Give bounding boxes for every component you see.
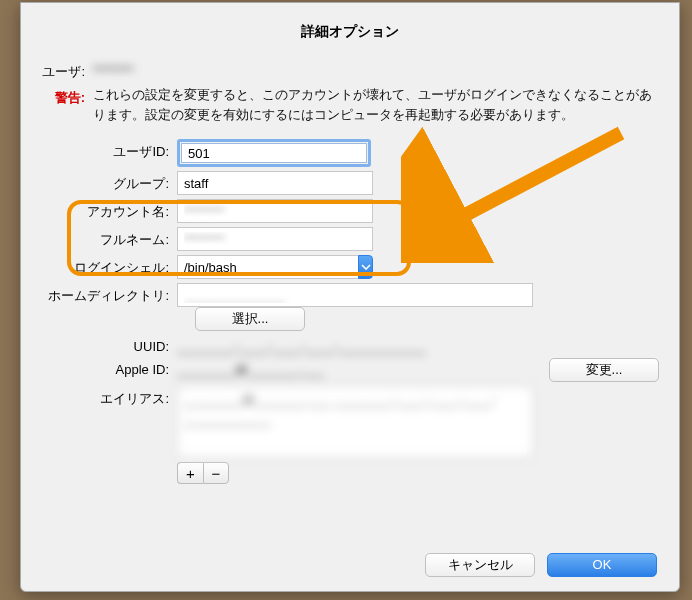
sheet-title: 詳細オプション [41, 23, 659, 41]
footer-buttons: キャンセル OK [417, 553, 657, 578]
alias-plusminus: + − [177, 462, 229, 484]
warning-label: 警告: [41, 85, 93, 107]
advanced-options-sheet: 詳細オプション ユーザ: ******** 警告: これらの設定を変更すると、こ… [20, 2, 680, 592]
group-row: グループ: [41, 171, 659, 195]
uuid-row: UUID: ________-____-____-____-__________… [41, 335, 659, 354]
group-label: グループ: [41, 171, 177, 193]
chevron-down-icon[interactable] [358, 255, 373, 279]
uuid-label: UUID: [41, 335, 177, 354]
home-dir-input[interactable] [177, 283, 533, 307]
user-id-row: ユーザID: [41, 139, 659, 167]
alias-list[interactable]: ________@_______.___ ________-____-____-… [177, 386, 533, 458]
account-name-row: アカウント名: [41, 199, 659, 223]
user-id-input[interactable] [181, 143, 367, 163]
change-button[interactable]: 変更... [549, 358, 659, 382]
ok-button[interactable]: OK [547, 553, 657, 577]
apple-id-value: ________@_______.___ [177, 358, 324, 377]
user-id-label: ユーザID: [41, 139, 177, 161]
login-shell-label: ログインシェル: [41, 255, 177, 277]
login-shell-input[interactable] [177, 255, 358, 279]
user-label: ユーザ: [41, 59, 93, 81]
user-value: ******** [93, 59, 133, 78]
add-alias-button[interactable]: + [177, 462, 203, 484]
account-name-input[interactable] [177, 199, 373, 223]
alias-row: エイリアス: ________@_______.___ ________-___… [41, 386, 659, 484]
home-dir-row: ホームディレクトリ: 選択... [41, 283, 659, 331]
remove-alias-button[interactable]: − [203, 462, 229, 484]
choose-button[interactable]: 選択... [195, 307, 305, 331]
user-row: ユーザ: ******** [41, 59, 659, 81]
full-name-label: フルネーム: [41, 227, 177, 249]
full-name-input[interactable] [177, 227, 373, 251]
login-shell-row: ログインシェル: [41, 255, 659, 279]
apple-id-label: Apple ID: [41, 358, 177, 377]
home-dir-label: ホームディレクトリ: [41, 283, 177, 305]
warning-row: 警告: これらの設定を変更すると、このアカウントが壊れて、ユーザがログインできな… [41, 85, 659, 125]
full-name-row: フルネーム: [41, 227, 659, 251]
alias-label: エイリアス: [41, 386, 177, 408]
apple-id-row: Apple ID: ________@_______.___ 変更... [41, 358, 659, 382]
account-name-label: アカウント名: [41, 199, 177, 221]
uuid-value: ________-____-____-____-____________ [177, 335, 426, 354]
warning-text: これらの設定を変更すると、このアカウントが壊れて、ユーザがログインできなくなるこ… [93, 85, 659, 125]
group-input[interactable] [177, 171, 373, 195]
login-shell-combobox[interactable] [177, 255, 373, 279]
cancel-button[interactable]: キャンセル [425, 553, 535, 577]
user-id-focus [177, 139, 371, 167]
